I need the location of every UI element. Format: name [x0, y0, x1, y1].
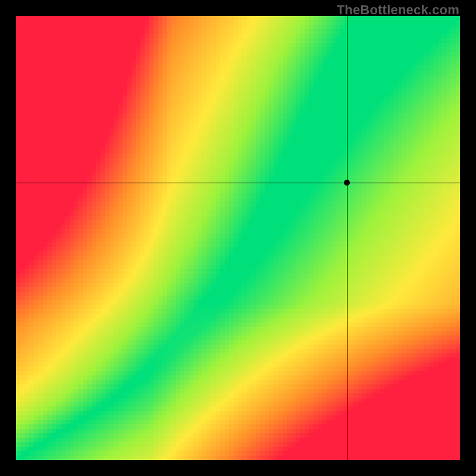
crosshair-vertical — [347, 16, 347, 460]
crosshair-horizontal — [16, 183, 460, 183]
chart-frame: TheBottleneck.com — [0, 0, 476, 476]
crosshair-marker-dot — [344, 180, 350, 186]
bottleneck-heatmap — [16, 16, 460, 460]
watermark-text: TheBottleneck.com — [337, 2, 459, 18]
